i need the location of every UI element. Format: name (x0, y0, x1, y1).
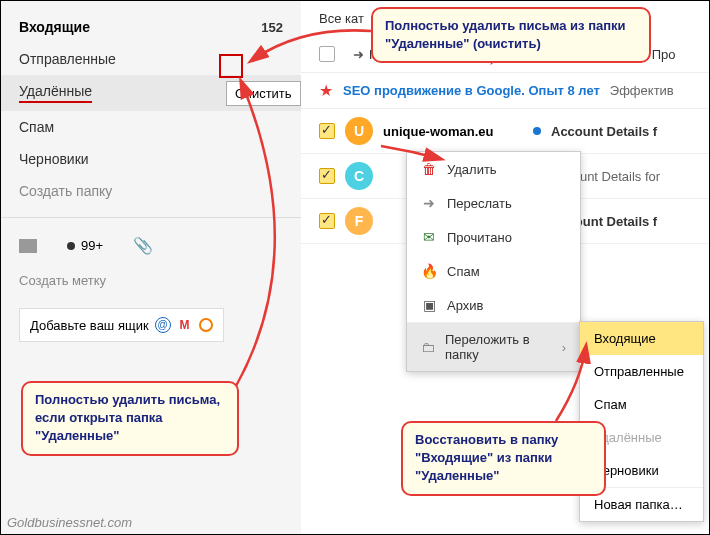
star-icon: ★ (319, 81, 333, 100)
ctx-move-to-folder[interactable]: 🗀Переложить в папку› (407, 323, 580, 371)
subject: Account Details f (551, 124, 657, 139)
folder-create[interactable]: Создать папку (1, 175, 301, 207)
add-mailbox-label: Добавьте ваш ящик (30, 318, 149, 333)
unread-tag[interactable]: 99+ (67, 238, 103, 253)
submenu-spam[interactable]: Спам (580, 388, 703, 421)
folder-inbox[interactable]: Входящие 152 (1, 11, 301, 43)
row-checkbox[interactable] (319, 168, 335, 184)
promo-row[interactable]: ★ SEO продвижение в Google. Опыт 8 лет Э… (301, 73, 709, 109)
callout-left: Полностью удалить письма, если открыта п… (21, 381, 239, 456)
folder-label: Отправленные (19, 51, 116, 67)
ctx-read[interactable]: ✉Прочитано (407, 220, 580, 254)
callout-top: Полностью удалить письма из папки "Удале… (371, 7, 651, 63)
tag-row: 99+ 📎 (1, 228, 301, 263)
row-checkbox[interactable] (319, 123, 335, 139)
callout-bottom: Восстановить в папку "Входящие" из папки… (401, 421, 606, 496)
watermark: Goldbusinessnet.com (7, 515, 132, 530)
ctx-archive[interactable]: ▣Архив (407, 288, 580, 322)
archive-icon: ▣ (421, 297, 437, 313)
envelope-icon: ✉ (421, 229, 437, 245)
context-menu: 🗑Удалить ➜Переслать ✉Прочитано 🔥Спам ▣Ар… (406, 151, 581, 372)
folder-spam[interactable]: Спам (1, 111, 301, 143)
create-label-link[interactable]: Создать метку (1, 263, 301, 298)
folder-label: Удалённые (19, 83, 92, 103)
trash-icon: 🗑 (421, 161, 437, 177)
folder-count: 152 (261, 20, 283, 35)
promo-tail: Эффектив (610, 83, 674, 98)
select-all-checkbox[interactable] (319, 46, 335, 62)
promo-link[interactable]: SEO продвижение в Google. Опыт 8 лет (343, 83, 600, 98)
avatar: C (345, 162, 373, 190)
gmail-icon: M (177, 317, 193, 333)
folder-sent[interactable]: Отправленные (1, 43, 301, 75)
ctx-forward[interactable]: ➜Переслать (407, 186, 580, 220)
divider (1, 217, 301, 218)
avatar: F (345, 207, 373, 235)
chevron-right-icon: › (562, 340, 566, 355)
attachment-icon[interactable]: 📎 (133, 236, 153, 255)
fire-icon: 🔥 (421, 263, 437, 279)
add-mailbox-button[interactable]: Добавьте ваш ящик @ M (19, 308, 224, 342)
flag-icon[interactable] (19, 239, 37, 253)
folder-label: Черновики (19, 151, 89, 167)
sender: unique-woman.eu (383, 124, 523, 139)
annotation-highlight-brush (219, 54, 243, 78)
clean-tooltip: Очистить (226, 81, 301, 106)
submenu-sent[interactable]: Отправленные (580, 355, 703, 388)
forward-icon: ➜ (353, 47, 364, 62)
unread-dot (533, 127, 541, 135)
row-checkbox[interactable] (319, 213, 335, 229)
folder-drafts[interactable]: Черновики (1, 143, 301, 175)
atmail-icon: @ (155, 317, 171, 333)
mailru-icon (199, 318, 213, 332)
submenu-inbox[interactable]: Входящие (580, 322, 703, 355)
forward-icon: ➜ (421, 195, 437, 211)
ctx-spam[interactable]: 🔥Спам (407, 254, 580, 288)
mail-row[interactable]: U unique-woman.eu Account Details f (301, 109, 709, 154)
folder-label: Спам (19, 119, 54, 135)
folder-label: Создать папку (19, 183, 112, 199)
folder-icon: 🗀 (421, 339, 435, 355)
folder-label: Входящие (19, 19, 90, 35)
ctx-delete[interactable]: 🗑Удалить (407, 152, 580, 186)
avatar: U (345, 117, 373, 145)
